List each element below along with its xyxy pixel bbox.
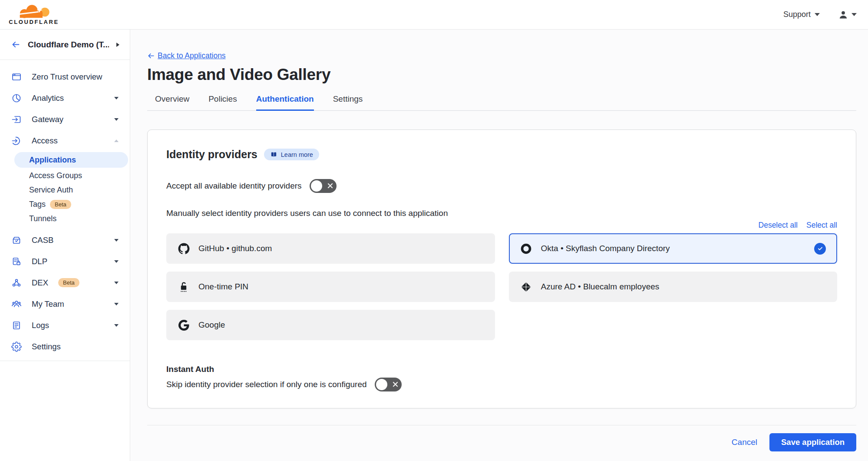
dlp-doc-lock-icon [11, 256, 22, 267]
sidebar-item-label: CASB [32, 235, 53, 245]
chevron-up-icon [114, 139, 119, 142]
sidebar-item-label: Tags [29, 200, 46, 209]
provider-tile-google[interactable]: Google [166, 310, 495, 340]
toggle-knob [311, 180, 322, 192]
sidebar-item-gateway[interactable]: Gateway [0, 109, 130, 130]
page-title: Image and Video Gallery [147, 66, 856, 84]
github-icon [178, 243, 190, 255]
chevron-down-icon [114, 97, 119, 99]
user-icon [838, 10, 848, 20]
sidebar-item-applications[interactable]: Applications [14, 152, 128, 168]
toggle-off-x-icon [392, 381, 399, 388]
google-icon [178, 320, 190, 331]
gear-icon [11, 342, 22, 352]
provider-tile-azure-ad[interactable]: Azure AD • Bluecalm employees [509, 272, 838, 302]
accept-all-label: Accept all available identity providers [166, 181, 302, 191]
tab-authentication[interactable]: Authentication [256, 94, 314, 111]
sidebar-item-label: DLP [32, 257, 47, 266]
main-content: Back to Applications Image and Video Gal… [131, 30, 868, 461]
select-all-link[interactable]: Select all [806, 221, 837, 230]
save-application-button[interactable]: Save application [769, 433, 856, 451]
logs-document-icon [11, 320, 22, 331]
chevron-down-icon [114, 260, 119, 263]
provider-tile-okta[interactable]: Okta • Skyflash Company Directory [509, 233, 838, 264]
back-to-applications-link[interactable]: Back to Applications [147, 51, 226, 60]
sidebar-item-my-team[interactable]: My Team [0, 293, 130, 315]
instant-auth-heading: Instant Auth [166, 365, 837, 374]
sidebar-item-label: Access Groups [29, 171, 82, 180]
provider-label: One-time PIN [198, 282, 248, 292]
deselect-all-link[interactable]: Deselect all [759, 221, 798, 230]
card-title: Identity providers [166, 148, 257, 161]
footer-actions: Cancel Save application [147, 433, 856, 451]
support-label: Support [783, 10, 811, 19]
sidebar-item-label: Analytics [32, 93, 64, 103]
top-bar: CLOUDFLARE Support [0, 0, 868, 30]
sidebar-item-label: Applications [29, 156, 76, 165]
access-login-icon [11, 136, 22, 146]
learn-more-label: Learn more [281, 151, 313, 158]
overview-window-icon [11, 72, 22, 82]
cancel-button[interactable]: Cancel [732, 438, 757, 447]
back-arrow-icon[interactable] [11, 40, 20, 49]
sidebar-item-analytics[interactable]: Analytics [0, 87, 130, 109]
provider-tile-one-time-pin[interactable]: One-time PIN [166, 272, 495, 302]
sidebar-item-settings[interactable]: Settings [0, 336, 130, 357]
sidebar-item-access[interactable]: Access [0, 130, 130, 151]
provider-label: Azure AD • Bluecalm employees [541, 282, 660, 292]
account-switcher[interactable]: Cloudflare Demo (T... [0, 30, 130, 60]
back-arrow-icon [147, 52, 155, 60]
selected-check-icon [814, 243, 826, 255]
provider-label: Okta • Skyflash Company Directory [541, 244, 670, 253]
cloudflare-cloud-icon [13, 4, 55, 20]
provider-label: Google [198, 320, 225, 330]
chevron-down-icon [114, 118, 119, 121]
sidebar-item-casb[interactable]: CASB [0, 229, 130, 251]
toggle-knob [376, 379, 387, 390]
chevron-down-icon [114, 324, 119, 327]
azure-ad-icon [520, 281, 532, 293]
sidebar: Cloudflare Demo (T... Zero Trust overvie… [0, 30, 130, 461]
sidebar-item-access-groups[interactable]: Access Groups [0, 169, 130, 183]
tab-bar: Overview Policies Authentication Setting… [147, 94, 856, 111]
sidebar-item-label: Settings [32, 342, 61, 352]
sidebar-item-label: DEX [32, 278, 48, 288]
analytics-pie-icon [11, 93, 22, 103]
cloudflare-logo: CLOUDFLARE [6, 4, 62, 25]
sidebar-item-zero-trust-overview[interactable]: Zero Trust overview [0, 66, 130, 87]
skip-selection-toggle[interactable] [375, 378, 402, 391]
support-menu[interactable]: Support [783, 10, 820, 19]
beta-badge: Beta [58, 278, 79, 287]
sidebar-item-dex[interactable]: DEX Beta [0, 272, 130, 293]
dex-network-icon [11, 278, 22, 288]
sidebar-item-label: Logs [32, 321, 49, 330]
one-time-pin-icon [178, 281, 190, 293]
chevron-down-icon [114, 239, 119, 242]
back-link-label: Back to Applications [158, 51, 226, 60]
tab-policies[interactable]: Policies [208, 94, 237, 111]
sidebar-item-service-auth[interactable]: Service Auth [0, 183, 130, 197]
chevron-down-icon [851, 13, 857, 16]
identity-providers-card: Identity providers Learn more Accept all… [147, 129, 856, 408]
learn-more-badge[interactable]: Learn more [264, 149, 319, 160]
tab-overview[interactable]: Overview [155, 94, 189, 111]
footer-divider [147, 425, 856, 425]
accept-all-toggle[interactable] [310, 179, 337, 193]
tab-settings[interactable]: Settings [333, 94, 363, 111]
sidebar-item-dlp[interactable]: DLP [0, 251, 130, 272]
skip-selection-label: Skip identity provider selection if only… [166, 380, 367, 389]
account-menu[interactable] [838, 10, 857, 20]
team-people-icon [11, 299, 22, 309]
sidebar-item-tunnels[interactable]: Tunnels [0, 212, 130, 226]
manual-select-text: Manually select identity providers users… [166, 209, 837, 218]
toggle-off-x-icon [327, 182, 333, 189]
book-icon [270, 151, 277, 158]
sidebar-item-label: My Team [32, 299, 64, 309]
beta-badge: Beta [50, 200, 71, 209]
sidebar-item-label: Access [32, 136, 58, 146]
identity-provider-grid: GitHub • github.com Okta • Skyflash Comp… [166, 233, 837, 340]
sidebar-item-logs[interactable]: Logs [0, 315, 130, 336]
sidebar-item-tags[interactable]: Tags Beta [0, 197, 130, 212]
provider-tile-github[interactable]: GitHub • github.com [166, 233, 495, 264]
provider-label: GitHub • github.com [198, 244, 272, 253]
